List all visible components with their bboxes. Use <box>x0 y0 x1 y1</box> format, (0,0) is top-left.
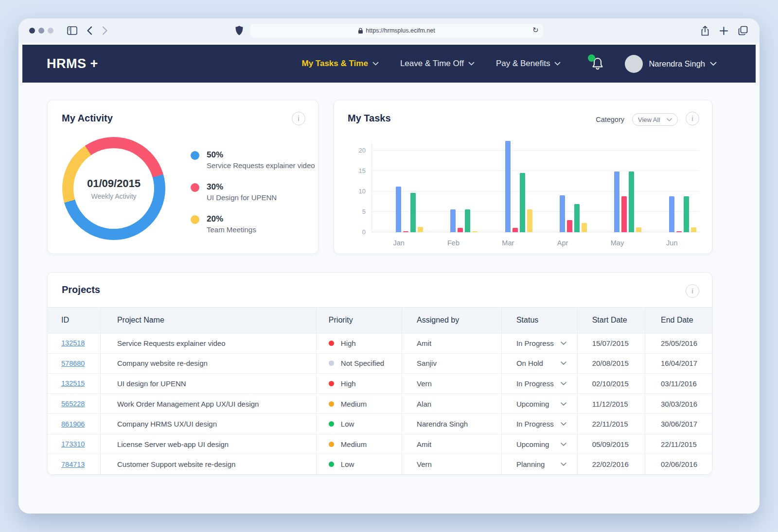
x-axis-tick-label: May <box>590 239 644 247</box>
forward-button[interactable] <box>102 26 107 35</box>
table-row: 173310License Server web-app UI designMe… <box>48 434 712 455</box>
lock-icon <box>358 28 363 34</box>
bar-yellow <box>636 227 641 232</box>
cell-start-date: 20/08/2015 <box>577 354 645 374</box>
my-activity-title: My Activity <box>62 113 113 124</box>
new-tab-icon[interactable] <box>720 27 728 35</box>
notifications-button[interactable] <box>591 56 605 71</box>
bar-pink <box>621 196 627 232</box>
chevron-down-icon[interactable] <box>561 361 566 365</box>
nav-label: My Tasks & Time <box>302 59 368 69</box>
bar-pink <box>403 231 408 233</box>
project-id-link[interactable]: 784713 <box>61 461 85 468</box>
info-icon[interactable]: i <box>686 112 699 125</box>
info-icon[interactable]: i <box>292 112 305 125</box>
my-activity-card: My Activity i 01/09/2015 Weekly Activity… <box>47 100 318 254</box>
status-dropdown[interactable]: In Progress <box>516 339 566 347</box>
chevron-down-icon[interactable] <box>561 443 566 446</box>
avatar[interactable] <box>625 55 643 73</box>
x-axis-tick-label: Apr <box>535 239 590 247</box>
legend-item: 30% UI Design for UPENN <box>191 182 315 202</box>
projects-table: ID Project Name Priority Assigned by Sta… <box>48 307 712 474</box>
priority-dot <box>329 360 334 366</box>
y-axis-tick-label: 20 <box>359 147 366 154</box>
cell-priority: High <box>316 333 402 353</box>
chevron-down-icon <box>372 62 379 66</box>
project-id-link[interactable]: 861906 <box>61 420 85 428</box>
traffic-lights <box>29 28 53 34</box>
minimize-window-button[interactable] <box>38 28 44 34</box>
status-dropdown[interactable]: Planning <box>516 460 566 468</box>
cell-assigned-by: Vern <box>402 454 501 474</box>
bar-group-jan <box>371 137 426 232</box>
bar-group-may <box>590 137 644 232</box>
cell-start-date: 11/12/2015 <box>577 394 645 414</box>
table-row: 565228Work Order Management App UX/UI de… <box>48 394 712 414</box>
legend-label: UI Design for UPENN <box>207 193 277 202</box>
browser-window: https://hrmsplus.ecifm.net ↻ HRMS <box>18 18 760 514</box>
chevron-down-icon[interactable] <box>561 382 566 385</box>
legend-percent: 50% <box>207 150 315 160</box>
chevron-down-icon[interactable] <box>561 463 566 466</box>
table-row: 861906Company HRMS UX/UI designLowNarend… <box>48 414 712 434</box>
sidebar-toggle-icon[interactable] <box>67 26 77 35</box>
cell-project-name: UI design for UPENN <box>100 374 316 394</box>
info-icon[interactable]: i <box>686 284 699 298</box>
status-value: Upcoming <box>516 400 549 408</box>
chevron-down-icon[interactable] <box>561 402 566 406</box>
project-id-link[interactable]: 173310 <box>61 440 85 448</box>
cell-assigned-by: Alan <box>402 394 501 414</box>
cell-end-date: 22/11/2015 <box>645 434 712 454</box>
bar-green <box>465 209 470 232</box>
nav-leave-time-off[interactable]: Leave & Time Off <box>400 59 475 69</box>
cell-status: Upcoming <box>501 434 577 454</box>
x-axis-tick-label: Mar <box>481 239 535 247</box>
cell-priority: Medium <box>316 434 402 454</box>
cell-assigned-by: Narendra Singh <box>402 414 501 434</box>
chevron-down-icon[interactable] <box>561 422 566 426</box>
y-axis-tick-label: 15 <box>359 167 366 174</box>
project-id-link[interactable]: 578680 <box>61 360 85 367</box>
back-button[interactable] <box>87 26 92 35</box>
bar-group-feb <box>426 137 480 232</box>
cell-id: 578680 <box>48 354 100 374</box>
user-menu-chevron-icon[interactable] <box>710 62 717 66</box>
page-content: HRMS + My Tasks & Time Leave & Time Off … <box>18 43 760 514</box>
zoom-window-button[interactable] <box>48 28 53 34</box>
reload-icon[interactable]: ↻ <box>532 26 539 34</box>
project-id-link[interactable]: 132515 <box>61 379 85 387</box>
bar-blue <box>614 172 619 232</box>
shield-privacy-icon[interactable] <box>235 26 244 35</box>
cell-project-name: Company HRMS UX/UI design <box>100 414 316 434</box>
status-dropdown[interactable]: Upcoming <box>516 440 566 448</box>
status-dropdown[interactable]: On Hold <box>516 359 566 367</box>
address-bar[interactable]: https://hrmsplus.ecifm.net ↻ <box>250 24 543 37</box>
nav-pay-benefits[interactable]: Pay & Benefits <box>496 59 561 69</box>
x-axis-tick-label: Jun <box>645 239 699 247</box>
category-dropdown[interactable]: View All <box>632 113 678 126</box>
share-icon[interactable] <box>701 26 709 36</box>
activity-legend: 50% Service Requests explainer video 30%… <box>191 150 315 234</box>
status-dropdown[interactable]: In Progress <box>516 420 566 428</box>
bar-green <box>574 204 580 232</box>
chevron-down-icon[interactable] <box>561 342 566 345</box>
close-window-button[interactable] <box>29 28 35 34</box>
weekly-activity-donut-chart: 01/09/2015 Weekly Activity <box>62 137 165 240</box>
project-id-link[interactable]: 132518 <box>61 339 85 347</box>
legend-percent: 20% <box>207 214 256 224</box>
y-axis-tick-label: 0 <box>362 228 366 236</box>
bar-pink <box>458 228 463 232</box>
tab-overview-icon[interactable] <box>738 26 748 35</box>
legend-percent: 30% <box>207 182 277 192</box>
cell-status: In Progress <box>501 374 577 394</box>
cell-id: 784713 <box>48 454 100 474</box>
bar-blue <box>669 196 674 232</box>
app-logo[interactable]: HRMS + <box>47 56 98 71</box>
priority-dot <box>329 421 334 427</box>
project-id-link[interactable]: 565228 <box>61 400 85 408</box>
bar-green <box>684 196 689 232</box>
status-dropdown[interactable]: In Progress <box>516 379 566 388</box>
nav-my-tasks-time[interactable]: My Tasks & Time <box>302 59 379 69</box>
status-dropdown[interactable]: Upcoming <box>516 400 566 408</box>
col-header-start-date: Start Date <box>577 308 645 333</box>
